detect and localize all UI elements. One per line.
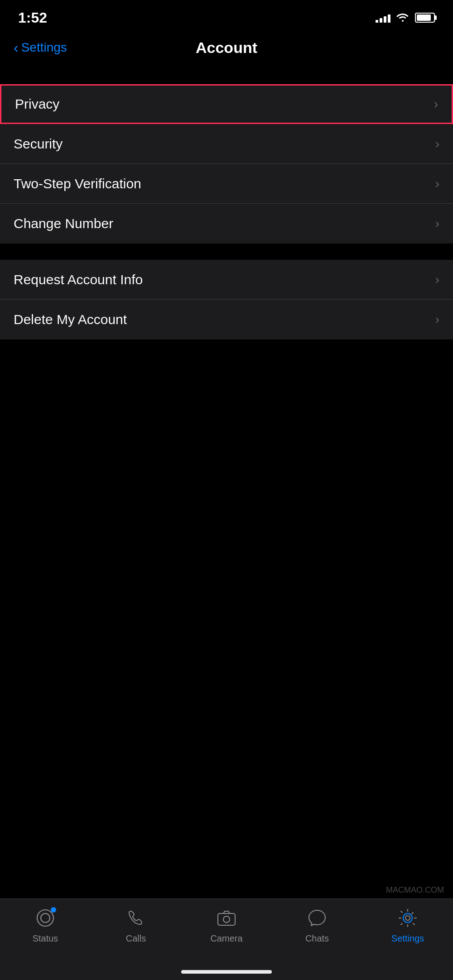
tab-chats[interactable]: Chats [272,906,362,944]
back-label[interactable]: Settings [21,40,67,55]
privacy-label: Privacy [15,96,59,112]
delete-my-account-chevron-icon: › [435,312,439,327]
status-icons [376,12,435,24]
status-tab-icon [34,906,57,930]
svg-point-0 [41,913,50,923]
status-notification-dot [51,907,56,913]
status-tab-label: Status [33,933,58,944]
delete-my-account-label: Delete My Account [14,312,127,327]
svg-point-4 [405,916,410,920]
settings-tab-label: Settings [391,933,424,944]
privacy-menu-item[interactable]: Privacy › [0,84,453,124]
back-button[interactable]: ‹ Settings [14,39,67,56]
wifi-icon [396,12,410,24]
camera-tab-icon [215,906,238,930]
calls-tab-label: Calls [126,933,146,944]
battery-icon [415,13,435,23]
tab-settings[interactable]: Settings [362,906,453,944]
privacy-chevron-icon: › [434,97,438,111]
change-number-menu-item[interactable]: Change Number › [0,204,453,244]
section-divider-top [0,68,453,84]
tab-camera[interactable]: Camera [181,906,272,944]
back-chevron-icon: ‹ [14,39,19,56]
signal-bar-2 [380,18,382,23]
camera-tab-label: Camera [210,933,242,944]
delete-my-account-menu-item[interactable]: Delete My Account › [0,300,453,339]
two-step-label: Two-Step Verification [14,176,141,191]
chats-tab-label: Chats [305,933,329,944]
tab-bar: Status Calls Camera Chats [0,899,453,980]
request-account-info-menu-item[interactable]: Request Account Info › [0,260,453,300]
battery-fill [417,14,431,21]
svg-rect-2 [218,913,235,925]
tab-status[interactable]: Status [0,906,91,944]
change-number-chevron-icon: › [435,216,439,231]
watermark: MACMAO.COM [386,885,444,895]
calls-tab-icon [124,906,148,930]
svg-point-5 [403,913,412,923]
request-account-info-chevron-icon: › [435,272,439,287]
settings-tab-icon [396,906,419,930]
signal-bar-4 [388,14,390,23]
security-label: Security [14,136,63,152]
two-step-verification-menu-item[interactable]: Two-Step Verification › [0,164,453,204]
request-account-info-label: Request Account Info [14,272,143,287]
tab-calls[interactable]: Calls [91,906,181,944]
change-number-label: Change Number [14,216,113,231]
signal-bars-icon [376,13,390,23]
signal-bar-1 [376,20,378,23]
security-chevron-icon: › [435,137,439,151]
home-indicator [181,970,272,974]
account-section-2: Request Account Info › Delete My Account… [0,260,453,339]
status-time: 1:52 [18,10,47,26]
svg-point-1 [37,910,53,926]
section-divider-middle [0,244,453,260]
signal-bar-3 [384,16,386,23]
two-step-chevron-icon: › [435,177,439,191]
chats-tab-icon [305,906,329,930]
account-section-1: Privacy › Security › Two-Step Verificati… [0,84,453,244]
nav-bar: ‹ Settings Account [0,32,453,68]
security-menu-item[interactable]: Security › [0,124,453,164]
svg-point-3 [223,916,230,923]
status-bar: 1:52 [0,0,453,32]
page-title: Account [196,39,257,57]
